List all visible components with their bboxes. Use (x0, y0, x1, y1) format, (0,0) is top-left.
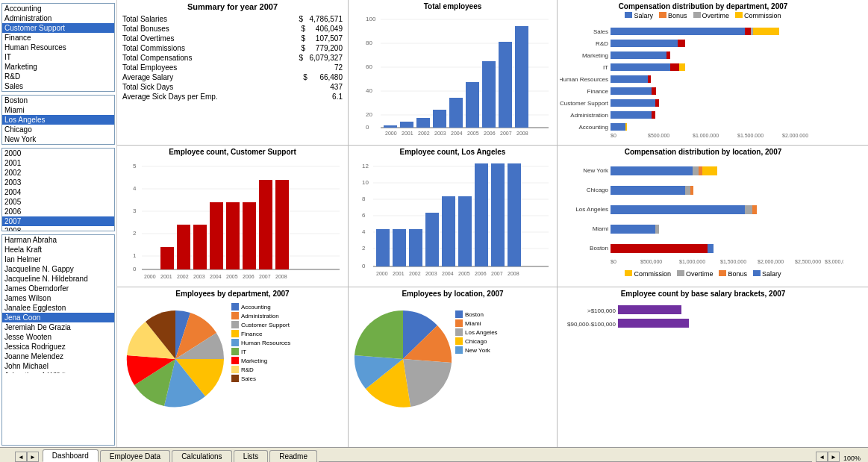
emp-jeremiah[interactable]: Jeremiah De Grazia (2, 322, 114, 332)
svg-rect-26 (499, 42, 512, 128)
dept-item-administration[interactable]: Administration (2, 13, 114, 23)
emp-jessica[interactable]: Jessica Rodriguez (2, 342, 114, 352)
dept-item-customer-support[interactable]: Customer Support (2, 23, 114, 33)
dept-item-it[interactable]: IT (2, 52, 114, 62)
svg-text:$0: $0 (611, 133, 616, 137)
svg-text:Customer Support: Customer Support (560, 100, 609, 107)
svg-text:2003: 2003 (193, 274, 205, 279)
year-item-2007[interactable]: 2007 (2, 216, 114, 226)
city-item-boston[interactable]: Boston (2, 96, 114, 105)
year-item-2008[interactable]: 2008 (2, 226, 114, 231)
comp-loc-legend: Commission Overtime Bonus Salary (560, 270, 846, 278)
tab-lists[interactable]: Lists (234, 450, 269, 462)
svg-text:Finance: Finance (587, 88, 609, 95)
summary-row-avg-sick: Average Sick Days per Emp. 6.1 (119, 92, 346, 102)
svg-rect-14 (400, 122, 413, 128)
svg-rect-80 (177, 225, 190, 269)
svg-text:$500,000: $500,000 (640, 259, 662, 264)
sheet-scroll-right[interactable]: ► (828, 452, 840, 462)
year-item-2005[interactable]: 2005 (2, 197, 114, 207)
svg-rect-135 (611, 186, 685, 195)
dept-pie-title: Employees by department, 2007 (119, 290, 346, 298)
year-item-2004[interactable]: 2004 (2, 187, 114, 197)
comp-dept-title: Compensation distribution by department,… (560, 2, 846, 10)
svg-text:Chicago: Chicago (587, 187, 609, 193)
svg-rect-132 (693, 166, 699, 175)
svg-text:0: 0 (133, 266, 137, 272)
svg-rect-56 (611, 111, 652, 119)
year-item-2000[interactable]: 2000 (2, 149, 114, 158)
dept-item-hr[interactable]: Human Resources (2, 43, 114, 52)
svg-text:2: 2 (362, 245, 366, 252)
comp-dept-legend: Salary Bonus Overtime Commission (560, 12, 846, 19)
tab-scroll-right[interactable]: ► (27, 452, 39, 462)
emp-jena[interactable]: Jena Coon (2, 313, 114, 322)
total-emp-title: Total employees (351, 2, 555, 10)
employee-listbox[interactable]: Harman Abraha Heela Kraft Ian Helmer Jac… (1, 234, 115, 446)
emp-count-la-chart: Employee count, Los Angeles 12 10 8 6 4 … (349, 146, 558, 287)
dept-item-sales[interactable]: Sales (2, 81, 114, 91)
emp-ian[interactable]: Ian Helmer (2, 255, 114, 264)
emp-james-w[interactable]: James Wilson (2, 293, 114, 303)
department-listbox[interactable]: Accounting Administration Customer Suppo… (1, 3, 115, 92)
svg-text:0: 0 (366, 124, 369, 131)
sheet-scroll-left[interactable]: ◄ (816, 452, 828, 462)
tab-scroll-left[interactable]: ◄ (15, 452, 27, 462)
dept-item-marketing[interactable]: Marketing (2, 62, 114, 72)
svg-rect-133 (699, 166, 702, 175)
svg-text:10: 10 (362, 179, 369, 186)
svg-rect-90 (259, 180, 272, 269)
dept-item-accounting[interactable]: Accounting (2, 4, 114, 13)
dept-item-finance[interactable]: Finance (2, 33, 114, 43)
emp-jacq-g[interactable]: Jacqueline N. Gappy (2, 264, 114, 274)
svg-text:$2,000,000: $2,000,000 (758, 259, 784, 264)
emp-john[interactable]: John Michael (2, 361, 114, 371)
emp-heela[interactable]: Heela Kraft (2, 245, 114, 255)
city-item-chicago[interactable]: Chicago (2, 125, 114, 134)
tab-calculations[interactable]: Calculations (172, 450, 231, 462)
svg-rect-44 (678, 40, 685, 47)
svg-rect-53 (652, 87, 656, 95)
svg-text:2004: 2004 (451, 131, 463, 136)
year-listbox[interactable]: 2000 2001 2002 2003 2004 2005 2006 2007 … (1, 148, 115, 231)
emp-joanne[interactable]: Joanne Melendez (2, 352, 114, 361)
city-item-newyork[interactable]: New York (2, 134, 114, 144)
emp-jacq-h[interactable]: Jacqueline N. Hildebrand (2, 274, 114, 284)
svg-text:5: 5 (133, 163, 137, 169)
svg-text:R&D: R&D (596, 40, 608, 47)
emp-harman[interactable]: Harman Abraha (2, 235, 114, 245)
svg-rect-124 (508, 163, 521, 266)
year-item-2006[interactable]: 2006 (2, 207, 114, 216)
tab-readme[interactable]: Readme (269, 450, 317, 462)
city-listbox[interactable]: Boston Miami Los Angeles Chicago New Yor… (1, 95, 115, 145)
svg-rect-57 (652, 111, 655, 119)
zoom-status: 100% (843, 455, 861, 462)
tab-employee-data[interactable]: Employee Data (100, 450, 170, 462)
year-item-2002[interactable]: 2002 (2, 168, 114, 178)
svg-text:2000: 2000 (385, 131, 397, 136)
svg-rect-43 (611, 40, 678, 47)
svg-text:20: 20 (366, 111, 372, 118)
city-item-la[interactable]: Los Angeles (2, 115, 114, 125)
svg-rect-45 (611, 51, 666, 59)
svg-text:100: 100 (366, 16, 376, 22)
year-item-2003[interactable]: 2003 (2, 178, 114, 187)
emp-jesse[interactable]: Jesse Wooten (2, 332, 114, 342)
svg-rect-116 (442, 196, 455, 266)
tab-bar: ◄ ► Dashboard Employee Data Calculations… (0, 447, 868, 462)
tab-dashboard[interactable]: Dashboard (43, 449, 99, 462)
emp-janalee[interactable]: Janalee Eggleston (2, 303, 114, 313)
emp-james-o[interactable]: James Oberndorfer (2, 284, 114, 293)
dept-item-rnd[interactable]: R&D (2, 72, 114, 81)
left-sidebar: Accounting Administration Customer Suppo… (0, 0, 117, 447)
year-item-2001[interactable]: 2001 (2, 158, 114, 168)
svg-rect-20 (449, 98, 463, 128)
svg-text:2005: 2005 (458, 271, 470, 276)
emp-johnathan[interactable]: Johnathan A Wilhite (2, 371, 114, 373)
svg-text:4: 4 (133, 185, 137, 192)
svg-text:Miami: Miami (593, 225, 609, 232)
emp-cs-title: Employee count, Customer Support (119, 148, 346, 156)
svg-text:0: 0 (362, 263, 366, 269)
city-item-miami[interactable]: Miami (2, 105, 114, 115)
svg-text:$0: $0 (611, 259, 616, 264)
